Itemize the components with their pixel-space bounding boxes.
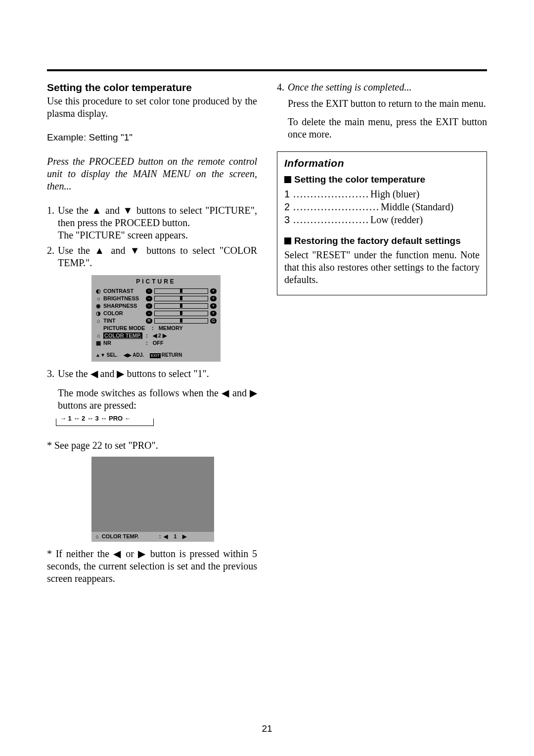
leader-dots: ...................... xyxy=(292,213,370,226)
colon: : xyxy=(146,332,148,339)
top-rule xyxy=(47,69,487,71)
info-title: Information xyxy=(284,157,480,170)
preview-label: COLOR TEMP. xyxy=(102,533,156,540)
sharpness-icon: ◉ xyxy=(95,303,101,310)
osd-row-brightness: ☼ BRIGHTNESS − + xyxy=(95,295,217,302)
osd-label: CONTRAST xyxy=(103,288,144,295)
updown-arrow-icon: ▲▼ xyxy=(95,352,105,358)
exit-icon: EXIT xyxy=(150,353,161,358)
timeout-note: * If neither the ◀ or ▶ button is presse… xyxy=(47,548,257,585)
slider-notch xyxy=(180,303,182,308)
osd-slider xyxy=(154,296,208,301)
leftright-arrow-icon: ◀▶ xyxy=(124,352,132,358)
cycle-box xyxy=(56,419,154,426)
adj-hint: ◀▶ ADJ. xyxy=(124,352,144,359)
colortemp-icon: ⌂ xyxy=(95,332,101,339)
leader-dots: ......................... xyxy=(292,200,381,213)
osd-preview-panel: ⌂ COLOR TEMP. : ◀ 1 ▶ xyxy=(91,457,214,542)
setting-value: Middle (Standard) xyxy=(381,200,453,213)
step-body: Use the ▲ and ▼ buttons to select "PICTU… xyxy=(58,204,257,241)
text: * If neither the xyxy=(47,548,113,559)
up-arrow-icon: ▲ xyxy=(94,245,106,256)
plus-icon: + xyxy=(210,296,217,301)
osd-row-color-temp: ⌂ COLOR TEMP. : ◀ 2 ▶ xyxy=(95,332,217,339)
osd-slider xyxy=(154,303,208,309)
text: The "PICTURE" screen appears. xyxy=(58,230,188,240)
step-body: Use the ▲ and ▼ buttons to select "COLOR… xyxy=(58,244,257,269)
text: and xyxy=(229,387,250,398)
colon: : xyxy=(146,340,148,347)
plus-icon: + xyxy=(210,288,217,294)
osd-footer: ▲▼ SEL. ◀▶ ADJ. EXITRETURN xyxy=(95,352,217,359)
contrast-icon: ◐ xyxy=(95,288,101,295)
step-body: Use the ◀ and ▶ buttons to select "1". T… xyxy=(58,368,257,412)
osd-title: PICTURE xyxy=(95,277,217,287)
text: To delete the main menu, press the EXIT … xyxy=(288,116,487,141)
two-column-layout: Setting the color temperature Use this p… xyxy=(47,81,487,585)
osd-value: ◀ 2 ▶ xyxy=(153,332,167,339)
example-label: Example: Setting "1" xyxy=(47,132,257,143)
osd-label: COLOR TEMP. xyxy=(103,332,142,339)
minus-icon: − xyxy=(146,296,152,301)
text: Use the xyxy=(58,245,94,256)
section-heading: Setting the color temperature xyxy=(47,81,257,94)
sel-hint: ▲▼ SEL. xyxy=(95,352,118,359)
down-arrow-icon: ▼ xyxy=(123,205,133,216)
text: and xyxy=(106,245,130,256)
square-bullet-icon xyxy=(284,176,291,183)
colon: : xyxy=(159,533,161,540)
osd-row-nr: ▦ NR : OFF xyxy=(95,339,217,347)
right-column: 4. Once the setting is completed... Pres… xyxy=(277,81,487,585)
text: SEL. xyxy=(107,352,118,358)
down-arrow-icon: ▼ xyxy=(130,245,142,256)
preview-value: 1 xyxy=(171,533,179,540)
minus-icon: − xyxy=(146,288,152,294)
colon: : xyxy=(152,325,154,332)
osd-label-selected: COLOR TEMP. xyxy=(103,332,144,339)
left-arrow-icon: ◀ xyxy=(90,368,98,379)
step-4: 4. Once the setting is completed... Pres… xyxy=(277,81,487,141)
text: Press the EXIT button to return to the m… xyxy=(288,97,487,110)
step-number: 2. xyxy=(47,244,58,269)
square-bullet-icon xyxy=(284,237,291,244)
value: 2 xyxy=(158,332,161,338)
slider-notch xyxy=(180,296,182,300)
step-body: Once the setting is completed... Press t… xyxy=(288,81,487,141)
osd-label: COLOR xyxy=(103,310,144,317)
left-column: Setting the color temperature Use this p… xyxy=(47,81,257,585)
info-line: 2 ......................... Middle (Stan… xyxy=(284,200,480,213)
osd-slider xyxy=(154,311,208,316)
osd-label: SHARPNESS xyxy=(103,303,144,310)
text: and xyxy=(98,368,117,379)
return-hint: EXITRETURN xyxy=(150,352,182,359)
step-number: 1. xyxy=(47,204,58,241)
osd-value: MEMORY xyxy=(159,325,183,332)
restore-text: Select "RESET" under the function menu. … xyxy=(284,249,480,286)
left-arrow-icon: ◀ xyxy=(113,548,122,559)
text: The mode switches as follows when the xyxy=(58,387,222,398)
left-arrow-icon: ◀ xyxy=(222,387,229,398)
mode-cycle-diagram: → 1 ↔ 2 ↔ 3 ↔ PRO ← xyxy=(56,415,257,429)
slider-notch xyxy=(180,288,182,293)
text: Use the xyxy=(58,205,91,216)
step-3: 3. Use the ◀ and ▶ buttons to select "1"… xyxy=(47,368,257,412)
info-subheading: Setting the color temperature xyxy=(284,174,480,186)
osd-value: OFF xyxy=(153,340,164,347)
text: and xyxy=(102,205,123,216)
nr-icon: ▦ xyxy=(95,340,101,347)
page-number: 21 xyxy=(0,723,534,734)
r-icon: R xyxy=(146,318,152,324)
right-arrow-icon: ▶ xyxy=(182,533,186,540)
see-pro-note: * See page 22 to set "PRO". xyxy=(47,439,257,452)
step-number: 4. xyxy=(277,81,288,141)
info-subheading: Restoring the factory default settings xyxy=(284,235,480,247)
osd-row-tint: ⌂ TINT R G xyxy=(95,317,217,325)
leader-dots: ...................... xyxy=(292,188,370,200)
setting-value: Low (redder) xyxy=(370,213,423,226)
colortemp-icon: ⌂ xyxy=(95,533,99,540)
information-box: Information Setting the color temperatur… xyxy=(277,151,487,295)
text: or xyxy=(122,548,138,559)
text: buttons are pressed: xyxy=(58,400,136,411)
right-arrow-icon: ▶ xyxy=(138,548,147,559)
slider-notch xyxy=(180,318,182,323)
